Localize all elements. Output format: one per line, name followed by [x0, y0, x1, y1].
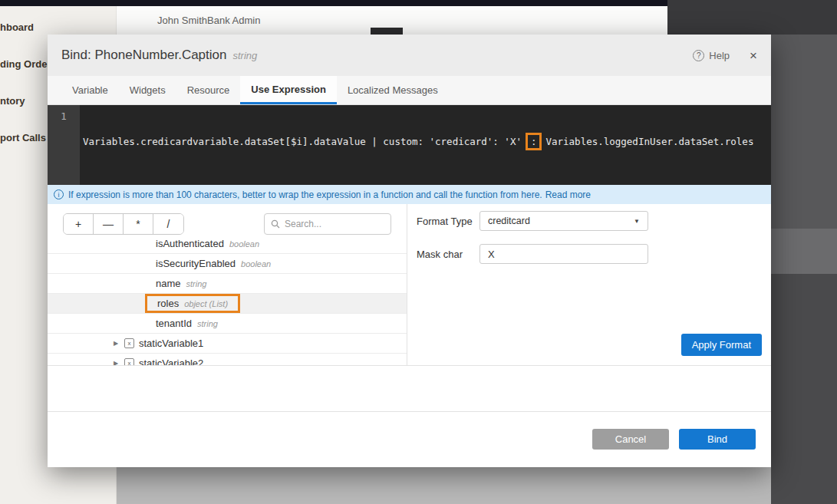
tree-item-label: staticVariable2 [139, 357, 203, 365]
expression-line: Variables.credicardvariable.dataSet[$i].… [83, 133, 769, 150]
tree-item-staticvariable2[interactable]: ▶ x staticVariable2 [48, 354, 407, 365]
format-type-value: creditcard [488, 216, 530, 226]
tree-item-roles[interactable]: roles object (List) [48, 294, 407, 314]
tree-item-label: roles [157, 298, 179, 309]
mask-char-input[interactable] [479, 244, 648, 264]
format-type-row: Format Type creditcard ▼ [417, 211, 648, 231]
plus-operator-button[interactable]: + [64, 214, 94, 234]
highlighted-token: : [526, 133, 542, 150]
dimmed-canvas [771, 35, 837, 229]
tree-item-issecurityenabled[interactable]: isSecurityEnabled boolean [48, 254, 407, 274]
info-bar: i If expression is more than 100 charact… [48, 185, 771, 204]
variable-browser-pane: + — * / isAuthenticated boolean [48, 204, 407, 365]
help-label: Help [709, 50, 730, 61]
tree-item-label: name [156, 278, 181, 289]
dialog-header: Bind: PhoneNumber.Caption string ? Help … [48, 35, 771, 76]
operator-buttons: + — * / [63, 213, 184, 235]
variable-search[interactable] [264, 213, 391, 235]
dialog-footer: Cancel Bind [48, 412, 771, 466]
variable-icon: x [124, 338, 134, 348]
roles-highlight-box: roles object (List) [145, 294, 240, 313]
tree-item-type: string [197, 319, 218, 328]
tree-item-label: staticVariable1 [139, 338, 203, 349]
dialog-title-type: string [232, 50, 257, 61]
mask-char-label: Mask char [417, 249, 479, 260]
variable-tree: isAuthenticated boolean isSecurityEnable… [48, 240, 407, 365]
divide-operator-button[interactable]: / [153, 214, 183, 234]
info-icon: i [54, 189, 64, 199]
info-message: If expression is more than 100 character… [68, 189, 542, 200]
multiply-operator-button[interactable]: * [124, 214, 153, 234]
sidebar-item-support-calls[interactable]: port Calls [0, 132, 46, 144]
sidebar-item-dashboard[interactable]: hboard [0, 21, 34, 34]
help-button[interactable]: ? Help [693, 50, 730, 61]
tree-item-label: tenantId [156, 318, 192, 329]
tree-item-type: boolean [241, 259, 271, 268]
expand-arrow-icon[interactable]: ▶ [114, 340, 124, 347]
app-header-user: John SmithBank Admin [157, 15, 260, 26]
apply-format-button[interactable]: Apply Format [681, 334, 762, 356]
search-input[interactable] [285, 219, 377, 229]
editor-code-area[interactable]: Variables.credicardvariable.dataSet[$i].… [80, 105, 771, 185]
expression-after: Variables.loggedInUser.dataSet.roles [545, 136, 753, 147]
line-number: 1 [61, 110, 67, 122]
dialog-tabs: Variable Widgets Resource Use Expression… [48, 76, 771, 105]
dialog-spacer [48, 366, 771, 412]
tab-widgets[interactable]: Widgets [119, 76, 176, 104]
bind-button[interactable]: Bind [679, 429, 756, 450]
dimmed-canvas [771, 229, 837, 274]
expression-before: Variables.credicardvariable.dataSet[$i].… [83, 136, 522, 147]
close-icon[interactable]: × [750, 49, 757, 62]
tree-item-tenantid[interactable]: tenantId string [48, 314, 407, 334]
format-type-label: Format Type [417, 216, 479, 227]
editor-gutter: 1 [48, 105, 80, 185]
tree-item-label: isAuthenticated [156, 240, 224, 249]
expand-arrow-icon[interactable]: ▶ [114, 360, 124, 365]
minus-operator-button[interactable]: — [94, 214, 124, 234]
help-icon: ? [693, 50, 704, 61]
dialog-body: + — * / isAuthenticated boolean [48, 204, 771, 366]
app-dark-panel [667, 0, 837, 35]
search-icon [271, 219, 280, 229]
format-type-select[interactable]: creditcard ▼ [479, 211, 648, 231]
screen: hboard ding Order ntory port Calls John … [0, 0, 837, 504]
variable-icon: x [124, 358, 134, 365]
dimmed-canvas [117, 467, 771, 504]
read-more-link[interactable]: Read more [545, 189, 591, 200]
tree-item-type: boolean [229, 240, 259, 249]
bind-dialog: Bind: PhoneNumber.Caption string ? Help … [48, 35, 771, 467]
tree-item-label: isSecurityEnabled [156, 258, 236, 269]
tree-item-type: string [186, 279, 207, 288]
tree-item-type: object (List) [184, 299, 228, 308]
tree-item-name[interactable]: name string [48, 274, 407, 294]
format-pane: Format Type creditcard ▼ Mask char Apply… [407, 204, 771, 365]
mask-char-row: Mask char [417, 244, 648, 264]
tree-item-isauthenticated[interactable]: isAuthenticated boolean [48, 240, 407, 254]
dialog-title: Bind: PhoneNumber.Caption [61, 48, 226, 63]
dimmed-canvas [771, 274, 837, 504]
sidebar-item-inventory[interactable]: ntory [0, 95, 25, 107]
sidebar-item-pending-order[interactable]: ding Order [0, 58, 51, 71]
cancel-button[interactable]: Cancel [592, 429, 669, 450]
tab-resource[interactable]: Resource [176, 76, 241, 104]
tab-localized-messages[interactable]: Localized Messages [337, 76, 449, 104]
chevron-down-icon: ▼ [634, 218, 640, 225]
tree-item-staticvariable1[interactable]: ▶ x staticVariable1 [48, 334, 407, 354]
tab-use-expression[interactable]: Use Expression [240, 76, 337, 104]
expression-editor[interactable]: 1 Variables.credicardvariable.dataSet[$i… [48, 105, 771, 185]
tab-variable[interactable]: Variable [61, 76, 119, 104]
